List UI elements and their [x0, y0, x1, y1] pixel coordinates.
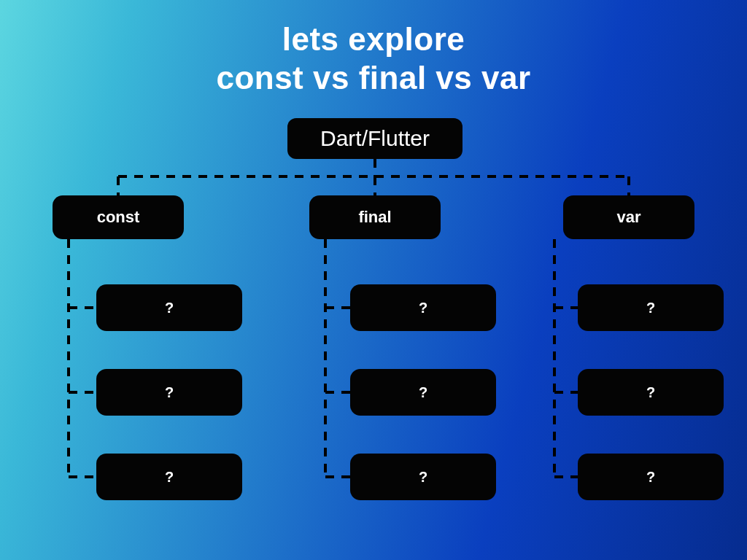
- leaf-node: ?: [578, 369, 724, 416]
- leaf-node: ?: [578, 454, 724, 500]
- leaf-label: ?: [165, 300, 174, 316]
- leaf-label: ?: [419, 384, 427, 401]
- root-node-label: Dart/Flutter: [320, 126, 430, 151]
- leaf-node: ?: [96, 454, 242, 500]
- diagram-title: lets explore const vs final vs var: [0, 0, 747, 98]
- title-line-1: lets explore: [282, 21, 465, 57]
- leaf-label: ?: [419, 300, 427, 316]
- leaf-node: ?: [96, 284, 242, 331]
- branch-label: var: [616, 208, 640, 227]
- leaf-node: ?: [350, 454, 496, 500]
- leaf-label: ?: [646, 384, 655, 401]
- root-node: Dart/Flutter: [287, 118, 462, 159]
- diagram-canvas: lets explore const vs final vs var Dart/…: [0, 0, 747, 560]
- leaf-label: ?: [419, 469, 427, 486]
- leaf-label: ?: [646, 300, 655, 316]
- leaf-node: ?: [350, 369, 496, 416]
- branch-node-var: var: [563, 195, 694, 239]
- branch-node-final: final: [309, 195, 441, 239]
- leaf-node: ?: [96, 369, 242, 416]
- leaf-node: ?: [350, 284, 496, 331]
- leaf-label: ?: [646, 469, 655, 486]
- leaf-label: ?: [165, 384, 174, 401]
- branch-label: const: [97, 208, 140, 227]
- title-line-2: const vs final vs var: [216, 60, 530, 96]
- branch-label: final: [358, 208, 391, 227]
- branch-node-const: const: [53, 195, 184, 239]
- leaf-label: ?: [165, 469, 174, 486]
- leaf-node: ?: [578, 284, 724, 331]
